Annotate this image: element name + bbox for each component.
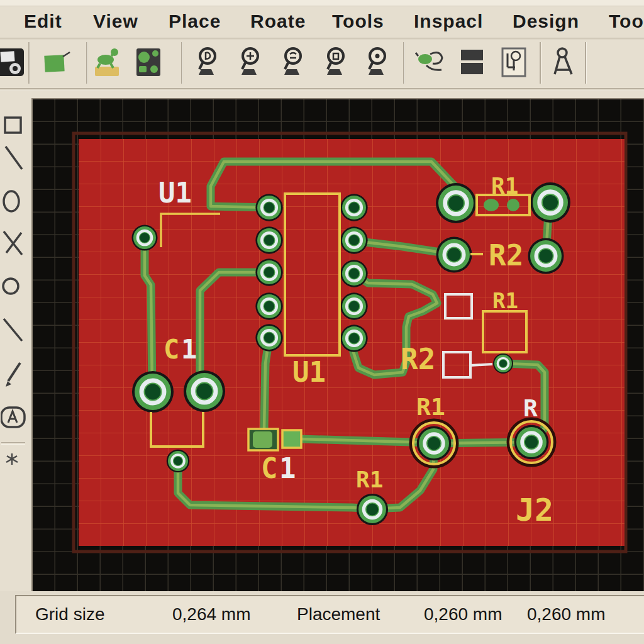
text-tool-icon[interactable] bbox=[1, 402, 26, 433]
smd-pads[interactable] bbox=[248, 429, 301, 450]
ref-label-j2[interactable]: J2 bbox=[516, 492, 553, 528]
ref-label-r1-botleft[interactable]: R1 bbox=[416, 393, 445, 421]
menu-item-inspect[interactable]: Inspacl bbox=[414, 11, 483, 32]
draw-polyline-icon[interactable] bbox=[1, 313, 26, 343]
ref-label-c1-big-c[interactable]: C bbox=[164, 334, 179, 365]
grid-origin-icon[interactable] bbox=[1, 448, 26, 479]
ref-label-u1-ic[interactable]: U1 bbox=[292, 356, 326, 388]
toolbar-separator bbox=[86, 42, 88, 84]
footprint-properties-icon[interactable] bbox=[499, 46, 529, 81]
menu-bar: Edit View Place Roate Tools Inspacl Desi… bbox=[0, 6, 644, 38]
zoom-redraw-icon[interactable] bbox=[191, 46, 221, 81]
ref-label-r1-top[interactable]: R1 bbox=[491, 173, 518, 199]
ref-label-c1-big-1[interactable]: 1 bbox=[181, 334, 197, 365]
footprint-wizard-icon[interactable] bbox=[92, 46, 122, 81]
left-toolbar-separator bbox=[1, 442, 25, 445]
delete-tool-icon[interactable] bbox=[1, 226, 26, 257]
ref-label-r-white[interactable]: R bbox=[523, 394, 538, 422]
menu-item-tools[interactable]: Tools bbox=[332, 11, 384, 32]
layer-pair-icon[interactable] bbox=[457, 46, 487, 81]
menu-item-design[interactable]: Design bbox=[513, 11, 579, 32]
status-value-y: 0,260 mm bbox=[527, 604, 606, 625]
status-grid-label: Grid size bbox=[35, 604, 104, 625]
board-3d-view-icon[interactable] bbox=[133, 46, 164, 81]
ref-label-c1-smd-c[interactable]: C bbox=[261, 452, 278, 484]
status-bar: Grid size 0,264 mm Placement 0,260 mm 0,… bbox=[0, 591, 644, 644]
ref-label-r2-loop[interactable]: R2 bbox=[401, 342, 435, 376]
draw-circle-icon[interactable] bbox=[1, 272, 26, 303]
toolbar-separator bbox=[28, 42, 30, 84]
ref-label-c1-smd-1[interactable]: 1 bbox=[279, 452, 296, 484]
zoom-out-icon[interactable] bbox=[277, 46, 307, 81]
status-mode-label: Placement bbox=[297, 604, 380, 625]
status-panel: Grid size 0,264 mm Placement 0,260 mm 0,… bbox=[15, 595, 644, 634]
pcb-editor-window: { "menu_bar": { "items": [ {"label": "Ed… bbox=[0, 0, 644, 644]
main-toolbar bbox=[0, 40, 644, 88]
toolbar-separator bbox=[181, 42, 183, 84]
status-grid-value: 0,264 mm bbox=[172, 604, 251, 625]
toolbar-separator bbox=[403, 42, 405, 84]
zoom-selection-icon[interactable] bbox=[361, 46, 391, 81]
board-outline-icon[interactable] bbox=[40, 46, 70, 81]
toolbar-separator bbox=[585, 42, 587, 84]
board-setup-icon[interactable] bbox=[0, 46, 25, 81]
menu-item-view[interactable]: View bbox=[93, 11, 138, 32]
menu-item-place[interactable]: Place bbox=[169, 11, 221, 32]
left-toolbar bbox=[0, 91, 28, 591]
zoom-fit-icon[interactable] bbox=[319, 46, 350, 81]
draw-arc-icon[interactable] bbox=[1, 187, 26, 217]
ref-label-r1-square[interactable]: R1 bbox=[492, 288, 518, 313]
measure-icon[interactable] bbox=[547, 46, 577, 81]
ref-label-u1-top[interactable]: U1 bbox=[158, 177, 192, 209]
ref-label-r1-bottom[interactable]: R1 bbox=[356, 467, 383, 492]
zoom-in-icon[interactable] bbox=[234, 46, 264, 81]
route-tracks-icon[interactable] bbox=[415, 46, 445, 81]
window-top-strip bbox=[0, 0, 644, 6]
ref-label-r2-mid[interactable]: R2 bbox=[489, 238, 523, 272]
select-rect-icon[interactable] bbox=[1, 111, 26, 142]
toolbar-separator bbox=[540, 42, 541, 84]
pcb-canvas[interactable]: U1 U1 R1 R2 R1 R2 C 1 C 1 R1 R R1 J2 bbox=[33, 99, 644, 591]
menu-item-tool-clipped[interactable]: Tool bbox=[609, 11, 644, 32]
status-value-x: 0,260 mm bbox=[424, 604, 502, 625]
pencil-tool-icon[interactable] bbox=[1, 360, 26, 391]
menu-item-edit[interactable]: Edit bbox=[24, 11, 62, 32]
menu-item-route[interactable]: Roate bbox=[250, 11, 306, 32]
draw-line-icon[interactable] bbox=[1, 143, 26, 173]
